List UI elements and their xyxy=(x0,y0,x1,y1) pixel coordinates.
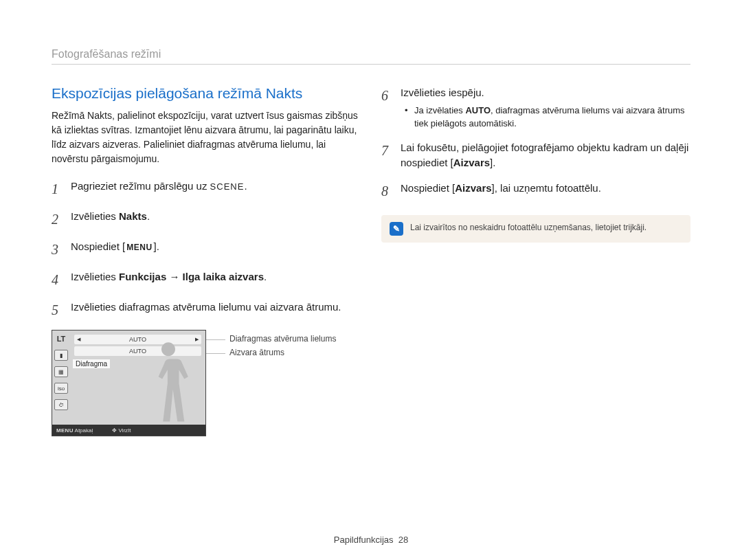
right-column: 6 Izvēlieties iespēju. Ja izvēlaties AUT… xyxy=(381,85,690,436)
section-title: Ekspozīcijas pielāgošana režīmā Nakts xyxy=(52,85,361,102)
footer-page-number: 28 xyxy=(398,535,408,545)
step-8: 8 Nospiediet [Aizvars], lai uzņemtu foto… xyxy=(381,181,690,201)
tip-box: ✎ Lai izvairītos no neskaidru fotoattēlu… xyxy=(381,215,690,243)
callout-shutter: Aizvara ātrums xyxy=(206,348,336,357)
step-6: 6 Izvēlieties iespēju. Ja izvēlaties AUT… xyxy=(381,85,690,131)
breadcrumb: Fotografēšanas režīmi xyxy=(52,48,690,65)
diafragma-label: Diafragma xyxy=(73,359,110,368)
step-number: 1 xyxy=(52,179,68,199)
step-number: 2 xyxy=(52,209,68,229)
footer-menu-icon: MENU xyxy=(56,427,74,434)
step1-text: Pagrieziet režīmu pārslēgu uz xyxy=(71,180,210,192)
tip-text: Lai izvairītos no neskaidru fotoattēlu u… xyxy=(410,222,647,234)
timer-icon: ⏱ xyxy=(54,399,68,410)
step-5: 5 Izvēlieties diafragmas atvēruma lielum… xyxy=(52,300,361,320)
step-2: 2 Izvēlieties Nakts. xyxy=(52,209,361,229)
camera-illustration: LT ▮ ▦ iso ⏱ ◀ AUTO ▶ xyxy=(52,330,361,436)
metering-icon: ▮ xyxy=(54,350,68,361)
arrow-right-icon: ▶ xyxy=(195,337,199,342)
step-number: 6 xyxy=(381,85,398,106)
step-number: 7 xyxy=(381,140,398,161)
footer-back-label: Atpakaļ xyxy=(75,427,93,434)
step-number: 8 xyxy=(381,181,398,201)
intro-paragraph: Režīmā Nakts, palielinot ekspozīciju, va… xyxy=(52,109,361,166)
note-icon: ✎ xyxy=(390,222,403,236)
step-number: 3 xyxy=(52,239,68,260)
iso-icon: iso xyxy=(54,383,68,394)
steps-list-right: 6 Izvēlieties iespēju. Ja izvēlaties AUT… xyxy=(381,85,690,201)
footer-move-label: Virzīt xyxy=(118,427,131,434)
step6-subbullet: Ja izvēlaties AUTO, diafragmas atvēruma … xyxy=(401,104,690,131)
step5-text: Izvēlieties diafragmas atvēruma lielumu … xyxy=(71,300,361,315)
footer-section-label: Papildfunkcijas xyxy=(334,535,394,545)
page-footer: Papildfunkcijas 28 xyxy=(0,535,742,545)
step6-text: Izvēlieties iespēju. xyxy=(401,87,484,98)
person-silhouette-icon xyxy=(144,341,193,425)
focus-icon: ▦ xyxy=(54,366,68,377)
step2-bold: Nakts xyxy=(119,210,147,222)
dpad-icon: ✥ xyxy=(112,427,117,434)
step-1: 1 Pagrieziet režīmu pārslēgu uz SCENE. xyxy=(52,179,361,199)
menu-button-label: MENU xyxy=(125,241,153,254)
camera-sidebar-icons: LT ▮ ▦ iso ⏱ xyxy=(52,331,70,425)
step-3: 3 Nospiediet [MENU]. xyxy=(52,239,361,260)
step-number: 4 xyxy=(52,269,68,290)
step-4: 4 Izvēlieties Funkcijas → Ilga laika aiz… xyxy=(52,269,361,290)
camera-lcd-footer: MENU Atpakaļ ✥ Virzīt xyxy=(52,425,205,436)
step-7: 7 Lai fokusētu, pielāgojiet fotografējam… xyxy=(381,140,690,171)
step-number: 5 xyxy=(52,300,68,320)
camera-lcd: LT ▮ ▦ iso ⏱ ◀ AUTO ▶ xyxy=(52,330,206,436)
callout-labels: Diafragmas atvēruma lielums Aizvara ātru… xyxy=(206,330,336,361)
content-columns: Ekspozīcijas pielāgošana režīmā Nakts Re… xyxy=(52,85,690,436)
scene-label: SCENE xyxy=(210,181,245,192)
arrow-left-icon: ◀ xyxy=(77,337,80,342)
steps-list-left: 1 Pagrieziet režīmu pārslēgu uz SCENE. 2… xyxy=(52,179,361,320)
callout-aperture: Diafragmas atvēruma lielums xyxy=(206,334,336,344)
lt-icon: LT xyxy=(54,333,68,344)
left-column: Ekspozīcijas pielāgošana režīmā Nakts Re… xyxy=(52,85,361,436)
